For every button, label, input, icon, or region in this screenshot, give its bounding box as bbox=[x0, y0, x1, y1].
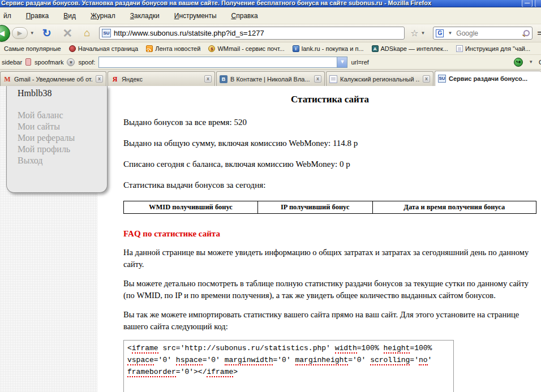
username: Hmblb38 bbox=[18, 88, 107, 98]
history-dropdown-icon[interactable]: ▼ bbox=[28, 31, 37, 36]
green-arrow-icon[interactable]: ↪ bbox=[514, 58, 523, 67]
close-icon[interactable]: x bbox=[96, 75, 103, 83]
spoof-label: spoof: bbox=[78, 59, 95, 66]
clipped-right-label: C bbox=[539, 59, 541, 66]
green-dropdown-icon[interactable]: ▼ bbox=[526, 59, 535, 64]
forward-button[interactable]: ▶ bbox=[12, 27, 28, 39]
faq-paragraph-1: На данной странице вы можете увидеть инф… bbox=[123, 247, 536, 270]
embed-code-box[interactable]: <iframe src='http://subonus.ru/statistic… bbox=[123, 340, 454, 392]
bookmark-label: WMmail - сервис почт... bbox=[217, 45, 284, 52]
column-header-wmid: WMID получивший бонус bbox=[124, 201, 258, 214]
bookmark-most-visited[interactable]: Самые популярные bbox=[2, 45, 63, 52]
url-input[interactable] bbox=[114, 29, 402, 37]
close-icon[interactable]: x bbox=[314, 75, 321, 83]
menu-bookmarks[interactable]: Закладки bbox=[130, 12, 160, 20]
menu-tools[interactable]: Инструменты bbox=[174, 12, 217, 20]
edge-clipped-icon: = bbox=[537, 29, 541, 37]
faq-paragraph-3: Вы так же можете импортировать статистик… bbox=[123, 309, 536, 333]
tab-label: Gmail - Уведомление об от... bbox=[14, 76, 93, 83]
faq-heading: FAQ по статистике сайта bbox=[123, 229, 536, 239]
bookmark-label: lank.ru - покупка и п... bbox=[302, 45, 364, 52]
bookmark-label: ADSkape — интеллек... bbox=[381, 45, 448, 52]
menu-history[interactable]: Журнал bbox=[91, 12, 115, 20]
bookmark-news-feed[interactable]: Лента новостей bbox=[144, 45, 203, 52]
bookmark-wmmail[interactable]: $ WMmail - сервис почт... bbox=[206, 45, 286, 52]
coin-icon: $ bbox=[208, 45, 215, 52]
tab-bar: M Gmail - Уведомление об от... x Я Яндек… bbox=[0, 70, 541, 87]
google-engine-icon[interactable]: G bbox=[436, 29, 444, 37]
search-box: G ▼ bbox=[433, 27, 533, 40]
link-logout[interactable]: Выход bbox=[18, 155, 81, 166]
home-button[interactable]: ⌂ bbox=[78, 27, 96, 39]
lank-icon: l bbox=[293, 45, 299, 52]
combo-dropdown-icon[interactable]: ▼ bbox=[337, 57, 347, 67]
page-content: Hmblb38 Мой баланс Мои сайты Мои реферал… bbox=[0, 86, 541, 392]
tab-subonus-active[interactable]: SU Сервис раздачи бонусо... bbox=[435, 71, 541, 87]
tab-vkontakte[interactable]: В В Контакте | Николай Вла... x bbox=[216, 71, 325, 86]
url-ref-label: url=ref bbox=[351, 59, 369, 66]
stat-total-bonuses: Выдано бонусов за все время: 520 bbox=[123, 117, 536, 128]
tab-gmail[interactable]: M Gmail - Уведомление об от... x bbox=[0, 71, 106, 86]
main-article: Статистика сайта Выдано бонусов за все в… bbox=[97, 86, 541, 392]
tab-yandex[interactable]: Я Яндекс x bbox=[108, 71, 215, 86]
stat-total-sum: Выдано на общую сумму, включая комиссию … bbox=[123, 137, 536, 149]
link-my-referrals[interactable]: Мои рефералы bbox=[18, 132, 81, 144]
spoof-input[interactable] bbox=[99, 57, 337, 67]
bookmark-label: Инструкция для "чай... bbox=[465, 45, 530, 52]
user-menu-panel: Hmblb38 Мой баланс Мои сайты Мои реферал… bbox=[6, 86, 108, 193]
tab-label: В Контакте | Николай Вла... bbox=[230, 76, 311, 83]
close-icon[interactable]: x bbox=[423, 75, 430, 83]
page-title: Статистика сайта bbox=[123, 94, 536, 105]
bookmark-label: Лента новостей bbox=[155, 45, 200, 52]
menu-view[interactable]: Вид bbox=[63, 12, 76, 20]
link-my-balance[interactable]: Мой баланс bbox=[18, 110, 81, 121]
red-blob-icon bbox=[69, 45, 76, 52]
engine-dropdown-icon[interactable]: ▼ bbox=[445, 31, 454, 36]
navigation-toolbar: ◀ ▶ ▼ ↻ ✕ ⌂ SU ☆ ▼ G ▼ = bbox=[0, 24, 541, 42]
bookmarks-toolbar: Самые популярные Начальная страница Лент… bbox=[0, 42, 541, 55]
tab-label: Сервис раздачи бонусо... bbox=[449, 75, 538, 82]
refresh-button[interactable]: ↻ bbox=[37, 27, 57, 40]
yandex-icon: Я bbox=[111, 75, 119, 83]
tab-label: Калужский региональный ... bbox=[340, 76, 420, 83]
minimize-button[interactable]: — bbox=[522, 0, 533, 7]
bookmark-star-icon[interactable]: ☆ bbox=[410, 28, 418, 38]
table-header-row: WMID получивший бонус IP получивший бону… bbox=[124, 201, 536, 214]
back-button[interactable]: ◀ bbox=[0, 25, 10, 42]
close-icon[interactable]: x bbox=[204, 75, 212, 83]
menu-bar: йл Правка Вид Журнал Закладки Инструмент… bbox=[0, 7, 541, 24]
circle-down-icon[interactable]: ▼ bbox=[67, 58, 75, 66]
link-my-sites[interactable]: Мои сайты bbox=[18, 121, 81, 132]
url-bar: SU bbox=[99, 27, 405, 40]
bonus-stats-table: WMID получивший бонус IP получивший бону… bbox=[123, 201, 536, 214]
spoofmark-button[interactable]: spoofmark bbox=[35, 59, 63, 66]
adskape-icon: A bbox=[372, 45, 379, 52]
gmail-icon: M bbox=[3, 75, 11, 83]
menu-edit[interactable]: Правка bbox=[26, 12, 49, 20]
spoof-combobox: ▼ bbox=[98, 57, 347, 68]
bookmark-lank[interactable]: l lank.ru - покупка и п... bbox=[290, 45, 366, 52]
column-header-date: Дата и время получения бонуса bbox=[372, 201, 536, 214]
spoofmark-icon bbox=[25, 58, 31, 66]
bookmark-home-page[interactable]: Начальная страница bbox=[67, 45, 140, 52]
menu-help[interactable]: Справка bbox=[231, 12, 258, 20]
search-input[interactable] bbox=[456, 29, 522, 37]
bookmark-instruction[interactable]: Инструкция для "чай... bbox=[454, 45, 533, 52]
spoof-toolbar: sidebar spoofmark ▼ spoof: ▼ url=ref ↪ ▼… bbox=[0, 55, 541, 70]
table-caption: Статистика выдачи бонусов за сегодня: bbox=[123, 179, 536, 191]
search-icon[interactable] bbox=[523, 30, 530, 36]
link-my-profile[interactable]: Мой профиль bbox=[18, 144, 81, 155]
sidebar-button[interactable]: sidebar bbox=[2, 59, 22, 66]
tab-kaluga[interactable]: Калужский региональный ... x bbox=[326, 71, 433, 86]
bookmark-adskape[interactable]: A ADSkape — интеллек... bbox=[370, 45, 450, 52]
bookmark-dropdown-icon[interactable]: ▼ bbox=[418, 31, 427, 36]
site-favicon-icon: SU bbox=[102, 29, 111, 37]
panel-links: Мой баланс Мои сайты Мои рефералы Мой пр… bbox=[18, 110, 81, 166]
vk-icon: В bbox=[220, 75, 227, 83]
bookmark-label: Начальная страница bbox=[78, 45, 138, 52]
menu-file[interactable]: йл bbox=[3, 12, 11, 20]
maximize-button[interactable] bbox=[535, 0, 541, 7]
title-bar: Сервис раздачи бонусов. Установка раздач… bbox=[0, 0, 541, 7]
stop-button[interactable]: ✕ bbox=[57, 27, 79, 40]
bookmark-label: Самые популярные bbox=[4, 45, 61, 52]
